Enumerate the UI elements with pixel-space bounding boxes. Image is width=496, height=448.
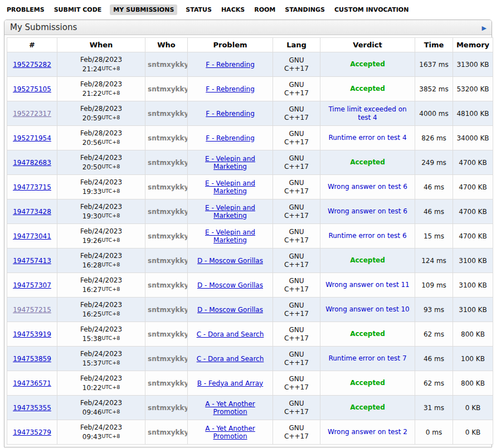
- time-cell: 124 ms: [415, 249, 453, 273]
- user-link[interactable]: sntmxykky: [148, 110, 188, 118]
- problem-link[interactable]: F - Rebrending: [206, 110, 255, 118]
- lang-label: GNU C++17: [283, 252, 310, 269]
- who-cell: sntmxykky: [145, 150, 188, 175]
- problem-link[interactable]: D - Moscow Gorillas: [197, 257, 263, 265]
- id-cell: 194753919: [7, 322, 57, 347]
- submission-id-link[interactable]: 194773428: [13, 208, 51, 216]
- user-link[interactable]: sntmxykky: [148, 159, 188, 167]
- user-link[interactable]: sntmxykky: [148, 404, 188, 412]
- submission-id-link[interactable]: 195275105: [13, 85, 51, 93]
- user-link[interactable]: sntmxykky: [148, 355, 188, 363]
- problem-link[interactable]: D - Moscow Gorillas: [197, 281, 263, 289]
- expand-arrow-icon[interactable]: ▶: [482, 21, 487, 36]
- verdict-label[interactable]: Accepted: [350, 330, 385, 338]
- verdict-label[interactable]: Wrong answer on test 10: [325, 305, 409, 314]
- user-link[interactable]: sntmxykky: [148, 232, 188, 240]
- problem-link[interactable]: C - Dora and Search: [197, 330, 264, 338]
- nav-item-hacks[interactable]: HACKS: [220, 4, 246, 15]
- user-link[interactable]: sntmxykky: [148, 85, 188, 93]
- timezone-label: UTC+8: [101, 237, 120, 243]
- problem-link[interactable]: E - Velepin and Marketing: [205, 179, 255, 195]
- verdict-label[interactable]: Wrong answer on test 11: [325, 281, 409, 289]
- verdict-label[interactable]: Accepted: [350, 256, 385, 265]
- user-link[interactable]: sntmxykky: [148, 183, 188, 191]
- who-cell: sntmxykky: [145, 273, 188, 298]
- user-link[interactable]: sntmxykky: [148, 428, 188, 436]
- problem-link[interactable]: B - Fedya and Array: [197, 379, 263, 387]
- nav-item-problems[interactable]: PROBLEMS: [6, 4, 46, 15]
- submission-id-link[interactable]: 194757307: [13, 281, 51, 289]
- lang-label: GNU C++17: [283, 301, 310, 318]
- nav-item-status[interactable]: STATUS: [184, 4, 213, 15]
- verdict-label[interactable]: Accepted: [350, 403, 385, 412]
- user-link[interactable]: sntmxykky: [148, 330, 188, 338]
- id-cell: 195272317: [7, 101, 57, 126]
- submission-id-link[interactable]: 195271954: [13, 134, 51, 142]
- nav-item-submit-code[interactable]: SUBMIT CODE: [53, 4, 103, 15]
- submission-id-link[interactable]: 194757215: [13, 306, 51, 314]
- timezone-label: UTC+8: [101, 90, 120, 96]
- lang-cell: GNU C++17: [273, 77, 320, 101]
- submission-id-link[interactable]: 195272317: [13, 110, 51, 118]
- submission-id-link[interactable]: 194753919: [13, 330, 51, 338]
- submission-id-link[interactable]: 194753859: [13, 355, 51, 363]
- user-link[interactable]: sntmxykky: [148, 61, 188, 69]
- verdict-label[interactable]: Wrong answer on test 2: [328, 428, 407, 436]
- problem-link[interactable]: A - Yet Another Promotion: [205, 425, 255, 440]
- verdict-label[interactable]: Time limit exceeded on test 4: [323, 105, 412, 122]
- column-header-verdict: Verdict: [320, 38, 415, 52]
- timezone-label: UTC+8: [101, 359, 120, 366]
- verdict-label[interactable]: Accepted: [350, 85, 385, 93]
- submission-row: 195272317Feb/28/202320:59UTC+8sntmxykkyF…: [7, 101, 493, 126]
- when-date: Feb/24/2023: [60, 300, 143, 309]
- submission-id-link[interactable]: 194736571: [13, 379, 51, 387]
- lang-cell: GNU C++17: [273, 396, 320, 420]
- submission-id-link[interactable]: 194773715: [13, 183, 51, 191]
- verdict-label[interactable]: Wrong answer on test 6: [328, 207, 407, 216]
- problem-link[interactable]: F - Rebrending: [206, 134, 255, 142]
- submission-id-link[interactable]: 194782683: [13, 159, 51, 167]
- submission-id-link[interactable]: 194735355: [13, 404, 51, 412]
- memory-cell: 3100 KB: [453, 273, 493, 298]
- verdict-label[interactable]: Runtime error on test 7: [328, 354, 406, 363]
- timezone-label: UTC+8: [101, 65, 120, 71]
- lang-label: GNU C++17: [283, 375, 310, 392]
- submission-id-link[interactable]: 194735279: [13, 428, 51, 436]
- user-link[interactable]: sntmxykky: [148, 379, 188, 387]
- verdict-label[interactable]: Accepted: [350, 379, 385, 387]
- problem-link[interactable]: D - Moscow Gorillas: [197, 306, 263, 314]
- problem-link[interactable]: C - Dora and Search: [197, 355, 264, 363]
- problem-link[interactable]: E - Velepin and Marketing: [205, 228, 255, 244]
- verdict-label[interactable]: Runtime error on test 4: [328, 134, 406, 142]
- nav-item-standings[interactable]: STANDINGS: [284, 4, 326, 15]
- problem-link[interactable]: F - Rebrending: [206, 85, 255, 93]
- user-link[interactable]: sntmxykky: [148, 281, 188, 289]
- verdict-cell: Wrong answer on test 2: [320, 420, 415, 445]
- submission-id-link[interactable]: 195275282: [13, 61, 51, 69]
- time-cell: 1637 ms: [415, 52, 453, 77]
- nav-item-custom-invocation[interactable]: CUSTOM INVOCATION: [333, 4, 410, 15]
- when-cell: Feb/24/202315:37UTC+8: [57, 347, 145, 371]
- user-link[interactable]: sntmxykky: [148, 306, 188, 314]
- user-link[interactable]: sntmxykky: [148, 257, 188, 265]
- when-time: 16:25UTC+8: [60, 309, 143, 319]
- nav-item-room[interactable]: ROOM: [253, 4, 276, 15]
- lang-label: GNU C++17: [283, 228, 310, 245]
- problem-link[interactable]: E - Velepin and Marketing: [205, 204, 255, 220]
- user-link[interactable]: sntmxykky: [148, 134, 188, 142]
- verdict-label[interactable]: Runtime error on test 6: [328, 232, 406, 240]
- verdict-label[interactable]: Accepted: [350, 158, 385, 167]
- submission-id-link[interactable]: 194757413: [13, 257, 51, 265]
- problem-link[interactable]: A - Yet Another Promotion: [205, 400, 255, 416]
- user-link[interactable]: sntmxykky: [148, 208, 188, 216]
- verdict-label[interactable]: Accepted: [350, 60, 385, 69]
- problem-link[interactable]: F - Rebrending: [206, 61, 255, 69]
- nav-item-my-submissions[interactable]: MY SUBMISSIONS: [110, 4, 177, 15]
- problem-cell: D - Moscow Gorillas: [188, 249, 273, 273]
- who-cell: sntmxykky: [145, 347, 188, 371]
- id-cell: 194773715: [7, 175, 57, 199]
- top-nav: PROBLEMSSUBMIT CODEMY SUBMISSIONSSTATUSH…: [0, 0, 496, 18]
- verdict-label[interactable]: Wrong answer on test 6: [328, 183, 407, 191]
- problem-link[interactable]: E - Velepin and Marketing: [205, 155, 255, 171]
- submission-id-link[interactable]: 194773041: [13, 232, 51, 240]
